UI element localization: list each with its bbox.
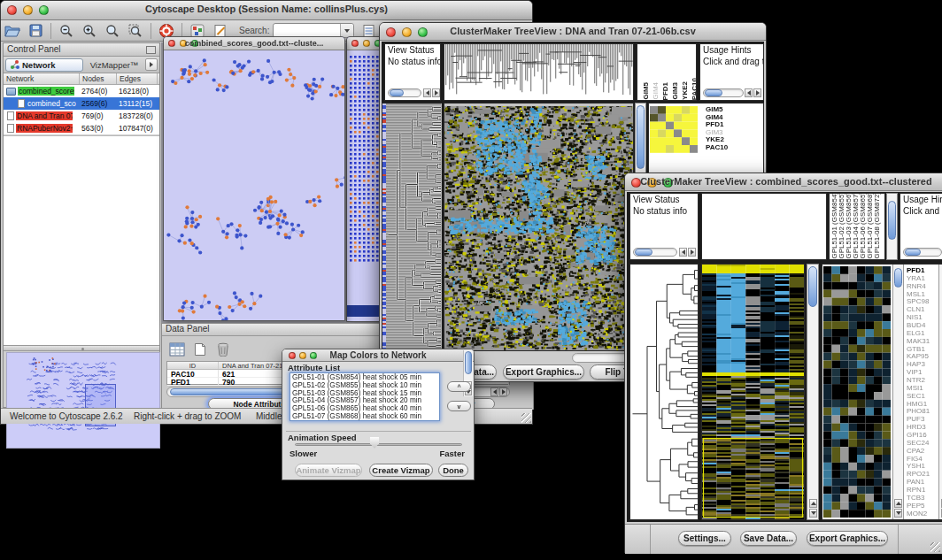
column-label[interactable]: GIM5 (643, 82, 650, 100)
scrollbar-thumb[interactable] (905, 249, 921, 256)
scrollbar-thumb[interactable] (888, 201, 896, 240)
gene-label[interactable]: MSI1 (907, 384, 937, 392)
export-graphics-button[interactable]: Export Graphics... (807, 531, 888, 546)
gene-label[interactable]: SEC1 (907, 392, 937, 400)
network-title-bar[interactable]: combined_scores_good.txt--cluste... (164, 37, 344, 50)
zoom-in-icon[interactable] (80, 22, 99, 40)
gene-label[interactable]: GPI16 (907, 431, 937, 439)
save-data-button[interactable]: Save Data... (740, 531, 797, 546)
treeview2-detail-panel[interactable]: PFD1YRA1RNR4MSL1SPC98CLN1NIS1BUD4ELG1MAK… (822, 264, 942, 520)
network-tree-row[interactable]: RNAPuberNov2+I563(0)107847(0) (4, 122, 159, 134)
gene-label[interactable]: YRA1 (907, 274, 937, 282)
scrollbar-thumb[interactable] (635, 249, 652, 256)
save-icon[interactable] (26, 22, 45, 40)
column-label[interactable]: GPL51-08 (GSM872) (874, 194, 881, 259)
attribute-list-item[interactable]: GPL51-02 (GSM855) heat shock 10 min (290, 381, 439, 389)
gene-label[interactable]: HRD3 (907, 423, 937, 431)
zoom-out-icon[interactable] (57, 22, 76, 40)
window-controls[interactable] (351, 40, 382, 47)
network-tree-row[interactable]: combined_scores2764(0)16218(0) (4, 85, 159, 97)
detail-matrix-canvas[interactable] (650, 106, 698, 153)
tab-overflow-arrow[interactable] (145, 58, 158, 71)
gene-label[interactable]: RPN1 (907, 486, 937, 494)
gene-label[interactable]: MON2 (907, 510, 937, 518)
minimize-button[interactable] (363, 40, 370, 47)
treeview2-row-dendrogram-panel[interactable] (629, 264, 699, 520)
tab-vizmapper[interactable]: VizMapper™ (83, 60, 145, 70)
scroll-up-icon[interactable] (809, 499, 817, 508)
scroll-right-icon[interactable] (499, 387, 507, 396)
network-overview-canvas[interactable] (6, 352, 160, 449)
attribute-list-item[interactable]: GPL51-07 (GSM868) heat shock 60 min (290, 412, 439, 420)
view-status-scrollbar[interactable] (633, 248, 697, 257)
gene-label[interactable]: PAN1 (907, 478, 937, 486)
global-heatmap-canvas[interactable] (444, 104, 633, 350)
column-label[interactable]: PAC10 (691, 78, 696, 100)
col-nodes[interactable]: Nodes (80, 73, 117, 84)
scroll-right-icon[interactable] (753, 88, 761, 97)
attribute-listbox[interactable]: GPL51-01 (GSM854) heat shock 05 minGPL51… (290, 372, 440, 421)
scroll-left-icon[interactable] (679, 248, 687, 257)
scroll-right-icon[interactable] (432, 88, 440, 97)
scrollbar-thumb[interactable] (390, 89, 404, 96)
move-up-button[interactable]: ^ (447, 381, 471, 392)
scroll-left-icon[interactable] (490, 387, 498, 396)
gene-label[interactable]: RNR4 (907, 282, 937, 290)
gene-label[interactable]: SEC24 (907, 439, 937, 447)
gene-label[interactable]: CLN1 (907, 305, 937, 313)
scroll-up-icon[interactable] (894, 499, 902, 508)
treeview2-collabel-scrollbar[interactable] (886, 193, 898, 260)
panel-divider[interactable] (4, 345, 159, 351)
gene-label[interactable]: PEP5 (907, 502, 937, 510)
dialog-title-bar[interactable]: Map Colors to Network (282, 349, 474, 362)
export-graphics-button[interactable]: Export Graphics... (503, 364, 584, 380)
treeview1-heatmap-panel[interactable] (444, 103, 634, 351)
main-title-bar[interactable]: Cytoscape Desktop (Session Name: collins… (1, 1, 532, 20)
treeview1-title-bar[interactable]: ClusterMaker TreeView : DNA and Tran 07-… (380, 23, 766, 41)
network-canvas[interactable] (164, 50, 344, 320)
gene-label[interactable]: HMG1 (907, 400, 937, 408)
gene-label[interactable]: NIS1 (907, 313, 937, 321)
create-vizmap-button[interactable]: Create Vizmap (369, 464, 433, 477)
gene-label[interactable]: SPC98 (907, 297, 937, 305)
column-label[interactable]: GIM4 (652, 82, 660, 100)
usage-hints-scrollbar[interactable] (703, 88, 761, 97)
gene-label[interactable]: HAP3 (907, 360, 937, 368)
scrollbar-thumb[interactable] (894, 268, 902, 288)
scrollbar-thumb[interactable] (808, 266, 817, 307)
network-tree-row[interactable]: DNA and Tran 07769(0)183728(0) (4, 110, 159, 122)
column-label[interactable]: YKE2 (682, 81, 689, 100)
treeview1-row-dendrogram-panel[interactable] (382, 103, 442, 351)
treeview1-column-dendrogram-panel[interactable] (444, 43, 634, 101)
scrollbar-thumb[interactable] (465, 351, 472, 374)
col-network[interactable]: Network (4, 73, 80, 84)
scroll-right-icon[interactable] (688, 248, 696, 257)
attribute-list-item[interactable]: GPL51-04 (GSM857) heat shock 20 min (290, 396, 439, 404)
scrollbar-thumb[interactable] (637, 105, 645, 169)
attribute-list-item[interactable]: GPL51-03 (GSM856) heat shock 15 min (290, 389, 439, 397)
scroll-left-icon[interactable] (423, 88, 431, 97)
row-label[interactable]: PAC10 (706, 144, 728, 152)
gene-label[interactable]: ELG1 (907, 329, 937, 337)
row-dendrogram-canvas[interactable] (386, 104, 441, 350)
tab-network[interactable]: Network (5, 58, 83, 72)
move-down-button[interactable]: v (447, 401, 471, 411)
gene-label[interactable]: CPA2 (907, 447, 937, 455)
treeview2-title-bar[interactable]: ClusterMaker TreeView : combined_scores_… (625, 173, 942, 191)
gene-label[interactable]: KAP95 (907, 352, 937, 360)
delete-attribute-trash-icon[interactable] (213, 341, 233, 358)
float-panel-icon[interactable] (146, 46, 156, 54)
gene-label[interactable]: MSL1 (907, 290, 937, 298)
open-file-icon[interactable] (3, 22, 22, 40)
new-attribute-icon[interactable] (190, 341, 210, 358)
attribute-table-icon[interactable] (167, 341, 187, 358)
gene-label[interactable]: NTR2 (907, 376, 937, 384)
scroll-left-icon[interactable] (745, 88, 753, 97)
settings-button[interactable]: Settings... (678, 531, 731, 546)
gene-label[interactable]: VIP1 (907, 368, 937, 376)
search-dropdown-icon[interactable] (340, 24, 353, 37)
network-tree-row[interactable]: combined_sco2569(6)13112(15) (4, 97, 159, 110)
detail-heatmap-canvas[interactable] (823, 266, 891, 518)
gene-label[interactable]: PFD1 (907, 266, 937, 274)
gene-label[interactable]: FIG4 (907, 455, 937, 463)
